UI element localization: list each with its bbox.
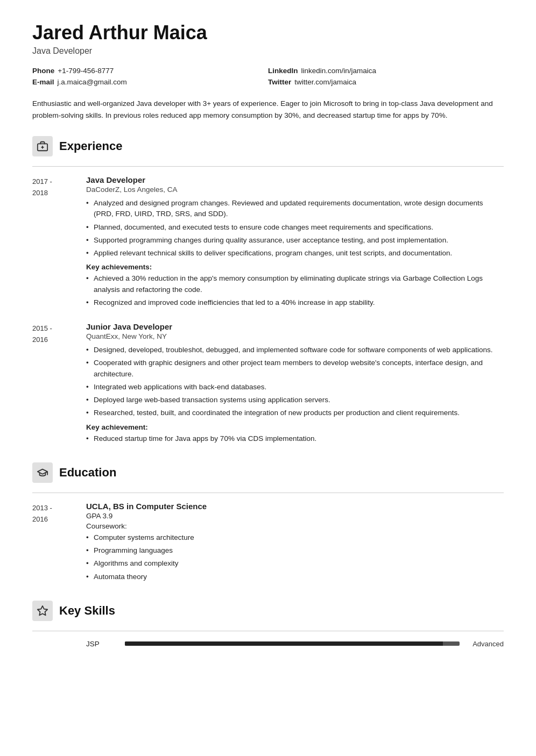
coursework-label-0: Coursework: bbox=[86, 522, 504, 530]
bullet-1-4: Researched, tested, built, and coordinat… bbox=[86, 408, 504, 418]
coursework-list-0: Computer systems architectureProgramming… bbox=[86, 532, 504, 582]
education-entry-0: 2013 -2016UCLA, BS in Computer ScienceGP… bbox=[32, 502, 504, 584]
education-icon bbox=[32, 462, 53, 483]
education-entries: 2013 -2016UCLA, BS in Computer ScienceGP… bbox=[32, 502, 504, 584]
skill-row-0: JSPAdvanced bbox=[32, 640, 504, 648]
experience-entry-0: 2017 -2018Java DeveloperDaCoderZ, Los An… bbox=[32, 175, 504, 310]
bullet-0-0: Analyzed and designed program changes. R… bbox=[86, 198, 504, 220]
skill-bar-0 bbox=[125, 641, 460, 646]
linkedin-item: LinkedInlinkedin.com/in/jamaica bbox=[268, 67, 504, 75]
email-label: E-mail bbox=[32, 78, 54, 86]
candidate-title: Java Developer bbox=[32, 46, 504, 56]
linkedin-value: linkedin.com/in/jamaica bbox=[301, 67, 377, 75]
coursework-item-0-3: Automata theory bbox=[86, 572, 504, 582]
experience-date-0: 2017 -2018 bbox=[32, 175, 81, 310]
bullet-1-2: Integrated web applications with back-en… bbox=[86, 382, 504, 393]
experience-divider bbox=[32, 166, 504, 167]
experience-section: Experience 2017 -2018Java DeveloperDaCod… bbox=[32, 136, 504, 446]
experience-bullets-0: Analyzed and designed program changes. R… bbox=[86, 198, 504, 259]
company-1: QuantExx, New York, NY bbox=[86, 332, 504, 340]
skill-right-col-0: JSPAdvanced bbox=[86, 640, 504, 648]
summary-text: Enthusiastic and well-organized Java dev… bbox=[32, 98, 504, 121]
bullet-0-3: Applied relevant technical skills to del… bbox=[86, 248, 504, 259]
edu-degree-0: UCLA, BS in Computer Science bbox=[86, 502, 504, 511]
coursework-item-0-1: Programming languages bbox=[86, 545, 504, 556]
phone-value: +1-799-456-8777 bbox=[58, 67, 114, 75]
key-label-1: Key achievement: bbox=[86, 423, 504, 431]
experience-bullets-1: Designed, developed, troubleshot, debugg… bbox=[86, 345, 504, 419]
skill-level-0: Advanced bbox=[466, 640, 504, 648]
experience-entries: 2017 -2018Java DeveloperDaCoderZ, Los An… bbox=[32, 175, 504, 446]
skills-header: Key Skills bbox=[32, 601, 504, 621]
contact-grid: Phone+1-799-456-8777 LinkedInlinkedin.co… bbox=[32, 67, 504, 86]
twitter-label: Twitter bbox=[268, 78, 291, 86]
skills-icon bbox=[32, 601, 53, 621]
bullet-0-2: Supported programming changes during qua… bbox=[86, 235, 504, 246]
bullet-1-1: Cooperated with graphic designers and ot… bbox=[86, 358, 504, 380]
key-label-0: Key achievements: bbox=[86, 263, 504, 271]
experience-header: Experience bbox=[32, 136, 504, 156]
company-0: DaCoderZ, Los Angeles, CA bbox=[86, 186, 504, 194]
education-title: Education bbox=[59, 466, 116, 480]
email-value: j.a.maica@gmail.com bbox=[58, 78, 127, 86]
skill-name-0: JSP bbox=[86, 640, 118, 648]
email-item: E-mailj.a.maica@gmail.com bbox=[32, 78, 268, 86]
experience-content-1: Junior Java DeveloperQuantExx, New York,… bbox=[86, 322, 504, 446]
bullet-1-0: Designed, developed, troubleshot, debugg… bbox=[86, 345, 504, 355]
education-header: Education bbox=[32, 462, 504, 483]
edu-gpa-0: GPA 3.9 bbox=[86, 512, 504, 520]
job-title-1: Junior Java Developer bbox=[86, 322, 504, 331]
skills-title: Key Skills bbox=[59, 604, 115, 618]
key-bullets-1: Reduced startup time for Java apps by 70… bbox=[86, 433, 504, 444]
skill-bar-fill-0 bbox=[125, 641, 443, 646]
linkedin-label: LinkedIn bbox=[268, 67, 298, 75]
education-date-0: 2013 -2016 bbox=[32, 502, 81, 584]
bullet-1-3: Deployed large web-based transaction sys… bbox=[86, 395, 504, 405]
bullet-0-1: Planned, documented, and executed tests … bbox=[86, 222, 504, 233]
key-bullet-1-0: Reduced startup time for Java apps by 70… bbox=[86, 433, 504, 444]
education-content-0: UCLA, BS in Computer ScienceGPA 3.9Cours… bbox=[86, 502, 504, 584]
twitter-value: twitter.com/jamaica bbox=[294, 78, 356, 86]
key-bullet-0-0: Achieved a 30% reduction in the app's me… bbox=[86, 273, 504, 295]
skills-section: Key Skills JSPAdvanced bbox=[32, 601, 504, 648]
key-bullet-0-1: Recognized and improved code inefficienc… bbox=[86, 297, 504, 308]
experience-entry-1: 2015 -2016Junior Java DeveloperQuantExx,… bbox=[32, 322, 504, 446]
coursework-item-0-0: Computer systems architecture bbox=[86, 532, 504, 543]
candidate-name: Jared Arthur Maica bbox=[32, 22, 504, 44]
job-title-0: Java Developer bbox=[86, 175, 504, 184]
education-section: Education 2013 -2016UCLA, BS in Computer… bbox=[32, 462, 504, 584]
phone-item: Phone+1-799-456-8777 bbox=[32, 67, 268, 75]
experience-date-1: 2015 -2016 bbox=[32, 322, 81, 446]
phone-label: Phone bbox=[32, 67, 54, 75]
experience-icon bbox=[32, 136, 53, 156]
education-divider bbox=[32, 493, 504, 493]
coursework-item-0-2: Algorithms and complexity bbox=[86, 558, 504, 569]
skills-divider bbox=[32, 631, 504, 631]
twitter-item: Twittertwitter.com/jamaica bbox=[268, 78, 504, 86]
skills-entries: JSPAdvanced bbox=[32, 640, 504, 648]
experience-content-0: Java DeveloperDaCoderZ, Los Angeles, CAA… bbox=[86, 175, 504, 310]
key-bullets-0: Achieved a 30% reduction in the app's me… bbox=[86, 273, 504, 308]
header: Jared Arthur Maica Java Developer bbox=[32, 22, 504, 56]
experience-title: Experience bbox=[59, 139, 122, 153]
